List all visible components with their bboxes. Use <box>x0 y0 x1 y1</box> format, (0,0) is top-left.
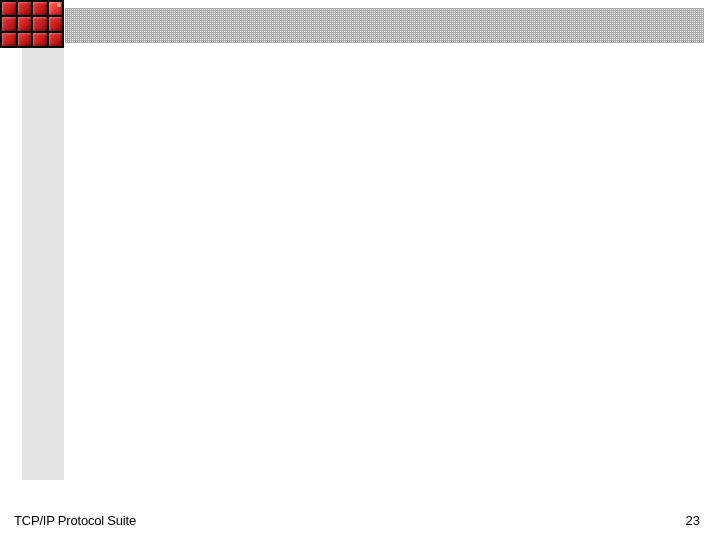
header-pattern-band <box>65 8 704 43</box>
main-content-area <box>64 48 720 492</box>
logo-cell <box>18 2 32 15</box>
logo-cell <box>33 17 47 30</box>
logo-cell <box>49 17 63 30</box>
logo-grid-icon <box>0 0 64 48</box>
logo-cell <box>18 33 32 46</box>
logo-cell <box>33 2 47 15</box>
sidebar-column <box>22 48 64 480</box>
footer-title: TCP/IP Protocol Suite <box>14 513 136 528</box>
logo-cell <box>49 33 63 46</box>
logo-cell <box>18 17 32 30</box>
logo-cell <box>33 33 47 46</box>
logo-cell <box>2 17 16 30</box>
page-number: 23 <box>686 513 700 528</box>
logo-cell <box>2 33 16 46</box>
logo-cell <box>2 2 16 15</box>
logo-cell <box>49 2 63 15</box>
